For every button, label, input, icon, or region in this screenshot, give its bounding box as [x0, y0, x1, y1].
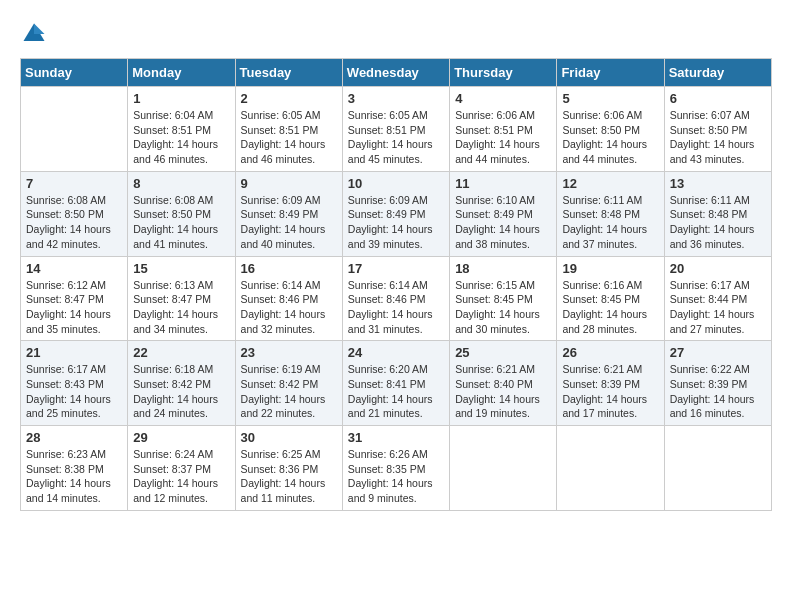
day-number: 1 — [133, 91, 229, 106]
day-number: 4 — [455, 91, 551, 106]
day-number: 9 — [241, 176, 337, 191]
day-number: 17 — [348, 261, 444, 276]
calendar-cell: 16Sunrise: 6:14 AM Sunset: 8:46 PM Dayli… — [235, 256, 342, 341]
day-info: Sunrise: 6:11 AM Sunset: 8:48 PM Dayligh… — [670, 193, 766, 252]
day-info: Sunrise: 6:23 AM Sunset: 8:38 PM Dayligh… — [26, 447, 122, 506]
calendar-cell: 2Sunrise: 6:05 AM Sunset: 8:51 PM Daylig… — [235, 87, 342, 172]
calendar-cell: 31Sunrise: 6:26 AM Sunset: 8:35 PM Dayli… — [342, 426, 449, 511]
header-row: SundayMondayTuesdayWednesdayThursdayFrid… — [21, 59, 772, 87]
calendar-cell: 20Sunrise: 6:17 AM Sunset: 8:44 PM Dayli… — [664, 256, 771, 341]
day-number: 27 — [670, 345, 766, 360]
weekday-header: Tuesday — [235, 59, 342, 87]
day-info: Sunrise: 6:05 AM Sunset: 8:51 PM Dayligh… — [348, 108, 444, 167]
calendar-cell: 14Sunrise: 6:12 AM Sunset: 8:47 PM Dayli… — [21, 256, 128, 341]
weekday-header: Sunday — [21, 59, 128, 87]
logo-icon — [20, 20, 48, 48]
calendar-week-row: 7Sunrise: 6:08 AM Sunset: 8:50 PM Daylig… — [21, 171, 772, 256]
calendar-header: SundayMondayTuesdayWednesdayThursdayFrid… — [21, 59, 772, 87]
logo — [20, 20, 52, 48]
calendar-cell: 29Sunrise: 6:24 AM Sunset: 8:37 PM Dayli… — [128, 426, 235, 511]
weekday-header: Saturday — [664, 59, 771, 87]
calendar-cell: 17Sunrise: 6:14 AM Sunset: 8:46 PM Dayli… — [342, 256, 449, 341]
day-info: Sunrise: 6:16 AM Sunset: 8:45 PM Dayligh… — [562, 278, 658, 337]
calendar-cell: 23Sunrise: 6:19 AM Sunset: 8:42 PM Dayli… — [235, 341, 342, 426]
day-info: Sunrise: 6:17 AM Sunset: 8:43 PM Dayligh… — [26, 362, 122, 421]
calendar-cell: 11Sunrise: 6:10 AM Sunset: 8:49 PM Dayli… — [450, 171, 557, 256]
day-info: Sunrise: 6:08 AM Sunset: 8:50 PM Dayligh… — [133, 193, 229, 252]
day-number: 8 — [133, 176, 229, 191]
calendar-cell: 26Sunrise: 6:21 AM Sunset: 8:39 PM Dayli… — [557, 341, 664, 426]
calendar-cell: 27Sunrise: 6:22 AM Sunset: 8:39 PM Dayli… — [664, 341, 771, 426]
day-number: 5 — [562, 91, 658, 106]
day-info: Sunrise: 6:15 AM Sunset: 8:45 PM Dayligh… — [455, 278, 551, 337]
calendar-cell: 9Sunrise: 6:09 AM Sunset: 8:49 PM Daylig… — [235, 171, 342, 256]
calendar-week-row: 28Sunrise: 6:23 AM Sunset: 8:38 PM Dayli… — [21, 426, 772, 511]
day-number: 16 — [241, 261, 337, 276]
calendar-cell: 12Sunrise: 6:11 AM Sunset: 8:48 PM Dayli… — [557, 171, 664, 256]
day-info: Sunrise: 6:14 AM Sunset: 8:46 PM Dayligh… — [348, 278, 444, 337]
day-number: 12 — [562, 176, 658, 191]
day-number: 30 — [241, 430, 337, 445]
day-info: Sunrise: 6:25 AM Sunset: 8:36 PM Dayligh… — [241, 447, 337, 506]
calendar-table: SundayMondayTuesdayWednesdayThursdayFrid… — [20, 58, 772, 511]
day-number: 7 — [26, 176, 122, 191]
day-number: 14 — [26, 261, 122, 276]
day-info: Sunrise: 6:12 AM Sunset: 8:47 PM Dayligh… — [26, 278, 122, 337]
day-info: Sunrise: 6:10 AM Sunset: 8:49 PM Dayligh… — [455, 193, 551, 252]
day-number: 18 — [455, 261, 551, 276]
weekday-header: Friday — [557, 59, 664, 87]
day-number: 3 — [348, 91, 444, 106]
svg-marker-1 — [34, 24, 45, 35]
day-info: Sunrise: 6:13 AM Sunset: 8:47 PM Dayligh… — [133, 278, 229, 337]
day-number: 11 — [455, 176, 551, 191]
day-info: Sunrise: 6:26 AM Sunset: 8:35 PM Dayligh… — [348, 447, 444, 506]
day-number: 23 — [241, 345, 337, 360]
day-info: Sunrise: 6:21 AM Sunset: 8:40 PM Dayligh… — [455, 362, 551, 421]
day-info: Sunrise: 6:09 AM Sunset: 8:49 PM Dayligh… — [348, 193, 444, 252]
calendar-cell: 30Sunrise: 6:25 AM Sunset: 8:36 PM Dayli… — [235, 426, 342, 511]
day-info: Sunrise: 6:05 AM Sunset: 8:51 PM Dayligh… — [241, 108, 337, 167]
day-info: Sunrise: 6:19 AM Sunset: 8:42 PM Dayligh… — [241, 362, 337, 421]
calendar-cell: 3Sunrise: 6:05 AM Sunset: 8:51 PM Daylig… — [342, 87, 449, 172]
day-number: 15 — [133, 261, 229, 276]
day-number: 21 — [26, 345, 122, 360]
weekday-header: Thursday — [450, 59, 557, 87]
page-header — [20, 20, 772, 48]
day-number: 24 — [348, 345, 444, 360]
calendar-cell: 28Sunrise: 6:23 AM Sunset: 8:38 PM Dayli… — [21, 426, 128, 511]
calendar-cell: 8Sunrise: 6:08 AM Sunset: 8:50 PM Daylig… — [128, 171, 235, 256]
calendar-cell: 21Sunrise: 6:17 AM Sunset: 8:43 PM Dayli… — [21, 341, 128, 426]
day-number: 29 — [133, 430, 229, 445]
day-number: 19 — [562, 261, 658, 276]
day-info: Sunrise: 6:06 AM Sunset: 8:51 PM Dayligh… — [455, 108, 551, 167]
day-number: 31 — [348, 430, 444, 445]
calendar-cell — [664, 426, 771, 511]
calendar-cell — [21, 87, 128, 172]
day-info: Sunrise: 6:22 AM Sunset: 8:39 PM Dayligh… — [670, 362, 766, 421]
calendar-cell: 15Sunrise: 6:13 AM Sunset: 8:47 PM Dayli… — [128, 256, 235, 341]
calendar-cell: 6Sunrise: 6:07 AM Sunset: 8:50 PM Daylig… — [664, 87, 771, 172]
calendar-cell: 13Sunrise: 6:11 AM Sunset: 8:48 PM Dayli… — [664, 171, 771, 256]
day-number: 26 — [562, 345, 658, 360]
day-info: Sunrise: 6:18 AM Sunset: 8:42 PM Dayligh… — [133, 362, 229, 421]
calendar-week-row: 14Sunrise: 6:12 AM Sunset: 8:47 PM Dayli… — [21, 256, 772, 341]
calendar-cell: 25Sunrise: 6:21 AM Sunset: 8:40 PM Dayli… — [450, 341, 557, 426]
calendar-cell: 5Sunrise: 6:06 AM Sunset: 8:50 PM Daylig… — [557, 87, 664, 172]
calendar-body: 1Sunrise: 6:04 AM Sunset: 8:51 PM Daylig… — [21, 87, 772, 511]
day-info: Sunrise: 6:11 AM Sunset: 8:48 PM Dayligh… — [562, 193, 658, 252]
calendar-cell — [450, 426, 557, 511]
calendar-cell: 10Sunrise: 6:09 AM Sunset: 8:49 PM Dayli… — [342, 171, 449, 256]
weekday-header: Wednesday — [342, 59, 449, 87]
day-number: 6 — [670, 91, 766, 106]
day-number: 2 — [241, 91, 337, 106]
calendar-cell: 18Sunrise: 6:15 AM Sunset: 8:45 PM Dayli… — [450, 256, 557, 341]
day-info: Sunrise: 6:07 AM Sunset: 8:50 PM Dayligh… — [670, 108, 766, 167]
day-info: Sunrise: 6:24 AM Sunset: 8:37 PM Dayligh… — [133, 447, 229, 506]
calendar-cell: 1Sunrise: 6:04 AM Sunset: 8:51 PM Daylig… — [128, 87, 235, 172]
calendar-cell: 24Sunrise: 6:20 AM Sunset: 8:41 PM Dayli… — [342, 341, 449, 426]
day-number: 20 — [670, 261, 766, 276]
calendar-cell — [557, 426, 664, 511]
day-number: 22 — [133, 345, 229, 360]
day-number: 25 — [455, 345, 551, 360]
day-info: Sunrise: 6:21 AM Sunset: 8:39 PM Dayligh… — [562, 362, 658, 421]
